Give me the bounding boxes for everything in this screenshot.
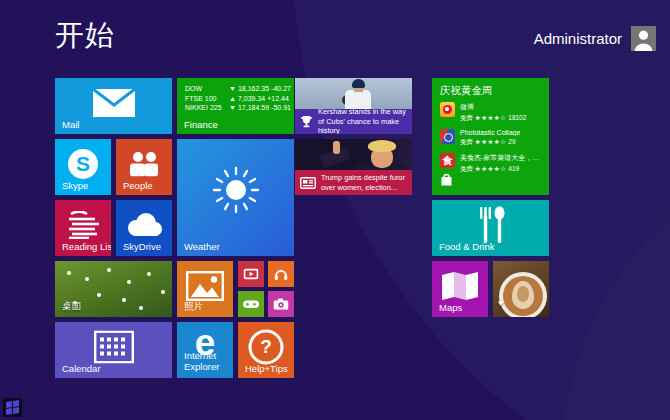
map-icon: [441, 271, 479, 301]
tile-label: Weather: [184, 241, 220, 252]
app-name: 微博: [460, 102, 526, 112]
store-app-list: 微博 免费 ★★★★☆ 18102 Phototastic Collage 免费…: [440, 102, 546, 180]
meishijie-app-icon: 食: [440, 153, 455, 168]
tile-food-drink[interactable]: Food & Drink: [432, 200, 549, 256]
fork-spoon-icon: [474, 206, 508, 244]
tile-label: Mail: [62, 119, 79, 130]
app-name: Phototastic Collage: [460, 129, 520, 136]
tile-finance[interactable]: DOW ▼18,162.35-40.27 FTSE 100 ▲7,039.34+…: [177, 78, 294, 134]
people-icon: [127, 151, 161, 176]
app-rating: 免费 ★★★★☆ 29: [460, 138, 520, 147]
tile-mail[interactable]: Mail: [55, 78, 172, 134]
tile-reading-list[interactable]: Reading List: [55, 200, 111, 256]
tile-label: Maps: [439, 302, 462, 313]
sun-icon: [211, 165, 261, 215]
app-rating: 免费 ★★★★☆ 419: [460, 165, 546, 174]
page-title: 开始: [55, 16, 115, 56]
gamepad-icon: [243, 299, 259, 309]
tile-label: Internet Explorer: [184, 351, 228, 373]
tile-coffee-photo[interactable]: ♥: [493, 261, 549, 317]
tile-label: Skype: [62, 180, 88, 191]
user-account[interactable]: Administrator: [534, 26, 656, 51]
weibo-app-icon: [440, 102, 455, 117]
stock-quote: ▼18,162.35-40.27: [229, 85, 293, 92]
store-app-row[interactable]: 食 美食杰-家常菜谱大全，提供... 免费 ★★★★☆ 419: [440, 153, 546, 174]
tile-desktop[interactable]: 桌面: [55, 261, 172, 317]
stock-list: DOW ▼18,162.35-40.27 FTSE 100 ▲7,039.34+…: [185, 85, 290, 114]
mail-icon: [93, 89, 135, 117]
store-app-row[interactable]: 微博 免费 ★★★★☆ 18102: [440, 102, 546, 123]
tile-skydrive[interactable]: SkyDrive: [116, 200, 172, 256]
latte-photo: [493, 261, 549, 317]
store-promo-title: 庆祝黄金周: [440, 84, 493, 98]
reading-list-icon: [67, 211, 99, 239]
stock-row: FTSE 100 ▲7,039.34+12.44: [185, 95, 290, 102]
tile-label: 桌面: [62, 300, 81, 313]
cloud-icon: [124, 212, 164, 238]
tile-music[interactable]: [268, 261, 294, 287]
heart-icon: ♥: [498, 298, 503, 308]
start-button[interactable]: [3, 398, 22, 417]
video-icon: [244, 269, 259, 280]
user-name: Administrator: [534, 30, 622, 47]
tile-photos[interactable]: 照片: [177, 261, 233, 317]
stock-row: NIKKEI 225 ▼17,184.59-50.91: [185, 104, 290, 111]
tile-calendar[interactable]: Calendar: [55, 322, 172, 378]
tile-label: Food & Drink: [439, 241, 494, 252]
tile-games[interactable]: [238, 291, 264, 317]
tile-people[interactable]: People: [116, 139, 172, 195]
headline: Kershaw stands in the way of Cubs' chanc…: [318, 107, 407, 134]
photos-icon: [186, 271, 224, 301]
tile-label: Reading List: [62, 241, 111, 252]
stock-quote: ▲7,039.34+12.44: [229, 95, 291, 102]
tile-label: People: [123, 180, 153, 191]
newspaper-icon: [300, 177, 316, 189]
question-mark-icon: ?: [249, 329, 284, 364]
windows-logo-icon: [6, 400, 19, 415]
start-screen: 开始 Administrator Mail DOW ▼18,162.35-40.…: [0, 0, 670, 420]
stock-row: DOW ▼18,162.35-40.27: [185, 85, 290, 92]
shopping-bag-icon: [440, 172, 453, 190]
skype-icon: S: [68, 149, 98, 179]
tile-weather[interactable]: Weather: [177, 139, 294, 256]
tile-label: Help+Tips: [245, 363, 288, 374]
tile-skype[interactable]: S Skype: [55, 139, 111, 195]
stock-quote: ▼17,184.59-50.91: [229, 104, 293, 111]
tile-video[interactable]: [238, 261, 264, 287]
tile-camera[interactable]: [268, 291, 294, 317]
sports-banner: Kershaw stands in the way of Cubs' chanc…: [295, 109, 412, 134]
stock-name: FTSE 100: [185, 95, 229, 102]
store-app-row[interactable]: Phototastic Collage 免费 ★★★★☆ 29: [440, 129, 546, 147]
tile-label: 照片: [184, 300, 203, 313]
tile-maps[interactable]: Maps: [432, 261, 488, 317]
stock-name: DOW: [185, 85, 229, 92]
tile-politics-news[interactable]: Trump gains despite furor over women, el…: [295, 139, 412, 195]
headline: Trump gains despite furor over women, el…: [321, 173, 407, 192]
app-name: 美食杰-家常菜谱大全，提供...: [460, 153, 546, 163]
stock-name: NIKKEI 225: [185, 104, 229, 111]
trophy-icon: [300, 115, 313, 128]
tile-store[interactable]: 庆祝黄金周 微博 免费 ★★★★☆ 18102 Phototastic Coll…: [432, 78, 549, 195]
phototastic-app-icon: [440, 129, 455, 144]
tile-label: Calendar: [62, 363, 101, 374]
app-rating: 免费 ★★★★☆ 18102: [460, 114, 526, 123]
tile-internet-explorer[interactable]: e Internet Explorer: [177, 322, 233, 378]
tile-help-tips[interactable]: ? Help+Tips: [238, 322, 294, 378]
tile-sports-news[interactable]: Kershaw stands in the way of Cubs' chanc…: [295, 78, 412, 134]
flower-dots: [67, 271, 71, 275]
tile-label: SkyDrive: [123, 241, 161, 252]
tile-label: Finance: [184, 119, 218, 130]
user-avatar-icon[interactable]: [631, 26, 656, 51]
camera-icon: [274, 298, 289, 310]
headphones-icon: [274, 268, 288, 281]
news-banner: Trump gains despite furor over women, el…: [295, 170, 412, 195]
calendar-icon: [94, 330, 134, 363]
